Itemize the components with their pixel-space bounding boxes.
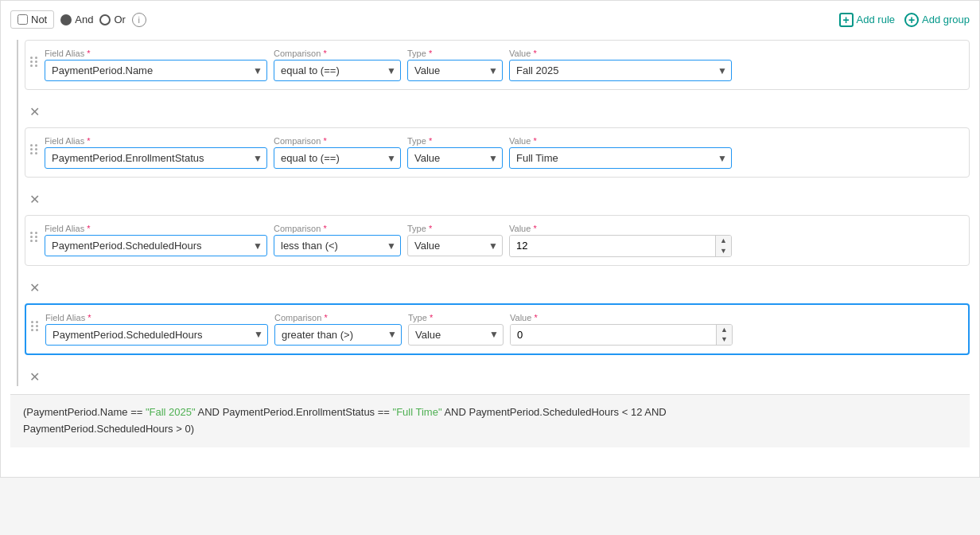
field-alias-group-3: Field Alias * PaymentPeriod.Name Payment…: [45, 224, 267, 256]
expr-val-1: "Fall 2025": [146, 406, 196, 418]
value-group-1: Value * Fall 2025 ▼: [509, 49, 732, 81]
spinner-down-4[interactable]: ▼: [717, 334, 732, 345]
logic-controls: Not And Or i: [10, 10, 146, 29]
value-group-2: Value * Full Time ▼: [509, 136, 732, 169]
field-alias-select-3[interactable]: PaymentPeriod.Name PaymentPeriod.Enrollm…: [45, 235, 267, 256]
delete-button-4[interactable]: ✕: [25, 368, 45, 386]
comparison-label-4: Comparison *: [274, 313, 402, 322]
type-label-2: Type *: [407, 136, 503, 146]
add-rule-button[interactable]: + Add rule: [839, 13, 895, 27]
type-select-wrapper-1: Value Field ▼: [407, 60, 503, 81]
action-buttons: + Add rule + Add group: [839, 13, 970, 27]
delete-row-4: ✕: [25, 363, 970, 386]
field-alias-group-2: Field Alias * PaymentPeriod.Name Payment…: [45, 136, 267, 169]
number-spinners-3: ▲ ▼: [715, 236, 731, 256]
delete-row-2: ✕: [25, 185, 970, 209]
drag-dots-3: [30, 232, 38, 242]
or-radio-wrapper[interactable]: Or: [99, 14, 125, 25]
value-select-1[interactable]: Fall 2025: [509, 60, 732, 81]
comparison-group-3: Comparison * equal to (==) less than (<)…: [274, 224, 401, 256]
info-icon[interactable]: i: [132, 13, 146, 27]
and-label: And: [75, 14, 93, 25]
value-select-2[interactable]: Full Time: [509, 147, 732, 169]
expr-eq-1: ==: [128, 406, 146, 418]
value-label-4: Value *: [510, 313, 733, 322]
type-label-3: Type *: [407, 224, 503, 233]
rule-fields-row-4: Field Alias * PaymentPeriod.Name Payment…: [25, 303, 970, 356]
type-select-3[interactable]: Value Field: [407, 235, 503, 256]
expr-val-2: "Full Time": [393, 406, 442, 418]
delete-button-1[interactable]: ✕: [25, 103, 45, 121]
spinner-up-4[interactable]: ▲: [717, 325, 732, 335]
value-group-4: Value * ▲ ▼: [510, 313, 733, 346]
field-alias-select-wrapper-2: PaymentPeriod.Name PaymentPeriod.Enrollm…: [45, 147, 267, 169]
rule-builder: Not And Or i + Add rule + Add group: [0, 0, 980, 478]
field-alias-label-4: Field Alias *: [45, 313, 268, 322]
comparison-select-wrapper-1: equal to (==) less than (<) greater than…: [274, 60, 401, 81]
spinner-up-3[interactable]: ▲: [716, 236, 731, 246]
rule-fields-row-2: Field Alias * PaymentPeriod.Name Payment…: [25, 127, 970, 178]
type-select-wrapper-4: Value Field ▼: [408, 324, 504, 346]
drag-handle-1[interactable]: [30, 49, 38, 67]
and-radio-icon: [60, 14, 72, 25]
type-select-2[interactable]: Value Field: [407, 147, 503, 169]
left-border-line: [17, 40, 18, 386]
add-group-plus-icon: +: [904, 13, 919, 27]
expression-bar: (PaymentPeriod.Name == "Fall 2025" AND P…: [10, 394, 970, 447]
comparison-select-3[interactable]: equal to (==) less than (<) greater than…: [274, 235, 401, 256]
field-alias-select-4[interactable]: PaymentPeriod.Name PaymentPeriod.Enrollm…: [45, 324, 268, 346]
and-radio-wrapper[interactable]: And: [60, 14, 93, 25]
expr-lt: <: [619, 406, 631, 418]
rule-row-4: Field Alias * PaymentPeriod.Name Payment…: [25, 303, 970, 387]
type-select-wrapper-2: Value Field ▼: [407, 147, 503, 169]
type-group-3: Type * Value Field ▼: [407, 224, 503, 256]
drag-handle-2[interactable]: [30, 136, 38, 154]
rule-row-1: Field Alias * PaymentPeriod.Name Payment…: [25, 40, 970, 121]
comparison-group-4: Comparison * equal to (==) less than (<)…: [274, 313, 402, 346]
expr-val-3: 12: [631, 406, 642, 418]
comparison-select-wrapper-3: equal to (==) less than (<) greater than…: [274, 235, 401, 256]
expr-val-4: 0: [185, 423, 190, 435]
add-rule-label: Add rule: [857, 14, 895, 25]
value-number-input-3[interactable]: [510, 236, 715, 256]
rules-area: Field Alias * PaymentPeriod.Name Payment…: [10, 40, 970, 386]
drag-handle-3[interactable]: [30, 224, 38, 242]
value-group-3: Value * ▲ ▼: [509, 224, 732, 257]
delete-button-2[interactable]: ✕: [25, 190, 45, 209]
add-group-label: Add group: [922, 14, 970, 25]
spinner-down-3[interactable]: ▼: [716, 246, 731, 256]
rule-fields-1: Field Alias * PaymentPeriod.Name Payment…: [45, 49, 961, 81]
delete-button-3[interactable]: ✕: [25, 279, 45, 297]
field-alias-select-1[interactable]: PaymentPeriod.Name PaymentPeriod.Enrollm…: [45, 60, 267, 81]
field-alias-group-1: Field Alias * PaymentPeriod.Name Payment…: [45, 49, 267, 81]
value-number-input-4[interactable]: [511, 325, 716, 345]
top-bar: Not And Or i + Add rule + Add group: [10, 10, 970, 29]
comparison-select-1[interactable]: equal to (==) less than (<) greater than…: [274, 60, 401, 81]
value-label-1: Value *: [509, 49, 732, 58]
field-alias-select-2[interactable]: PaymentPeriod.Name PaymentPeriod.Enrollm…: [45, 147, 267, 169]
add-group-button[interactable]: + Add group: [904, 13, 970, 27]
value-select-wrapper-1: Fall 2025 ▼: [509, 60, 732, 81]
type-select-1[interactable]: Value Field: [407, 60, 503, 81]
value-label-2: Value *: [509, 136, 732, 146]
rule-fields-row-1: Field Alias * PaymentPeriod.Name Payment…: [25, 40, 970, 90]
not-checkbox[interactable]: [18, 14, 28, 25]
type-select-4[interactable]: Value Field: [408, 324, 504, 346]
not-checkbox-wrapper[interactable]: Not: [10, 10, 54, 29]
drag-handle-4[interactable]: [31, 313, 39, 331]
comparison-select-wrapper-4: equal to (==) less than (<) greater than…: [274, 324, 402, 346]
field-alias-select-wrapper-1: PaymentPeriod.Name PaymentPeriod.Enrollm…: [45, 60, 267, 81]
type-select-wrapper-3: Value Field ▼: [407, 235, 503, 256]
comparison-select-4[interactable]: equal to (==) less than (<) greater than…: [274, 324, 402, 346]
type-group-4: Type * Value Field ▼: [408, 313, 504, 346]
expr-eq-2: ==: [375, 406, 392, 418]
comparison-select-wrapper-2: equal to (==) less than (<) greater than…: [274, 147, 401, 169]
not-label: Not: [31, 14, 47, 25]
value-number-wrapper-4: ▲ ▼: [510, 324, 733, 346]
type-group-2: Type * Value Field ▼: [407, 136, 503, 169]
type-group-1: Type * Value Field ▼: [407, 49, 503, 81]
type-label-4: Type *: [408, 313, 504, 322]
comparison-select-2[interactable]: equal to (==) less than (<) greater than…: [274, 147, 401, 169]
rule-fields-4: Field Alias * PaymentPeriod.Name Payment…: [45, 313, 960, 346]
rule-fields-3: Field Alias * PaymentPeriod.Name Payment…: [45, 224, 961, 257]
